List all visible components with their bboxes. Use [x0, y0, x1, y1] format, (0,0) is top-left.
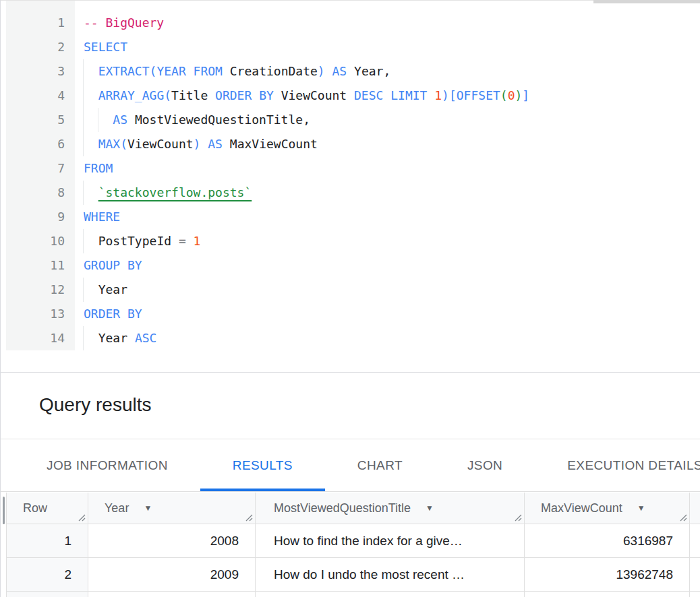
code-token — [427, 88, 434, 102]
indent-guide — [98, 108, 98, 132]
code-line[interactable]: 2SELECT — [1, 35, 700, 59]
column-header-row[interactable]: Row — [7, 493, 88, 524]
cell-row: 1 — [7, 524, 88, 557]
indent-guide — [83, 181, 84, 205]
code-token: ] — [522, 88, 529, 102]
results-tab-bar: JOB INFORMATIONRESULTSCHARTJSONEXECUTION… — [1, 440, 700, 492]
table-row: 12008How to find the index for a give…63… — [7, 524, 700, 558]
query-results-header: Query results — [1, 373, 700, 439]
code-line[interactable]: 6 MAX(ViewCount) AS MaxViewCount — [1, 132, 700, 156]
code-token: ) — [194, 137, 201, 151]
code-token: MostViewedQuestionTitle, — [127, 113, 310, 127]
cell-year — [88, 592, 256, 597]
code-line[interactable]: 9WHERE — [1, 205, 700, 229]
column-resize-icon[interactable] — [678, 513, 688, 522]
tab-results[interactable]: RESULTS — [200, 440, 325, 491]
code-token: Year — [98, 331, 135, 345]
code-token: OFFSET — [457, 88, 500, 102]
column-header-maxviewcount[interactable]: MaxViewCount▼ — [525, 493, 690, 524]
code-line[interactable]: 14 Year ASC — [1, 326, 700, 350]
table-row-partial — [7, 592, 700, 597]
column-resize-icon[interactable] — [513, 513, 523, 522]
code-text: WHERE — [75, 205, 120, 229]
page-left-border — [0, 0, 1, 597]
cell-maxviewcount: 13962748 — [525, 558, 690, 591]
code-token — [186, 234, 194, 248]
code-token: EXTRACT — [98, 64, 150, 78]
code-token: = — [179, 234, 186, 248]
column-header-label: MostViewedQuestionTitle — [274, 501, 411, 515]
code-token — [84, 331, 98, 345]
line-number: 3 — [1, 59, 75, 84]
line-number: 5 — [1, 108, 75, 132]
query-results-title: Query results — [1, 373, 700, 437]
indent-guide — [83, 59, 84, 84]
code-token: ARRAY_AGG — [98, 88, 165, 102]
vertical-scrollbar-thumb[interactable] — [3, 497, 5, 524]
code-token: MAX — [98, 137, 121, 151]
code-token: GROUP BY — [84, 258, 142, 272]
code-line[interactable]: 8 `stackoverflow.posts` — [1, 181, 700, 205]
indent-guide — [83, 326, 84, 350]
code-text: Year — [75, 278, 127, 302]
code-token: MaxViewCount — [223, 137, 318, 151]
column-header-mostviewedquestiontitle[interactable]: MostViewedQuestionTitle▼ — [256, 493, 525, 524]
code-token — [223, 64, 230, 78]
tab-json[interactable]: JSON — [435, 440, 535, 491]
code-token: DESC LIMIT — [354, 88, 427, 102]
code-token: ( — [120, 137, 127, 151]
cell-year: 2008 — [88, 524, 256, 557]
code-token — [84, 282, 98, 296]
cell-mostviewedquestiontitle — [256, 592, 525, 597]
tab-execution-details[interactable]: EXECUTION DETAILS — [535, 440, 700, 491]
table-row: 22009How do I undo the most recent …1396… — [7, 558, 700, 592]
column-resize-icon[interactable] — [77, 513, 86, 522]
code-lines: 1-- BigQuery2SELECT3 EXTRACT(YEAR FROM C… — [1, 11, 700, 350]
column-header-year[interactable]: Year▼ — [88, 493, 256, 524]
code-token: 0 — [508, 88, 515, 102]
cell-year: 2009 — [88, 558, 256, 591]
line-number: 14 — [1, 326, 75, 350]
code-text: FROM — [75, 156, 113, 181]
code-line[interactable]: 10 PostTypeId = 1 — [1, 229, 700, 253]
tab-chart[interactable]: CHART — [325, 440, 435, 491]
sort-dropdown-icon[interactable]: ▼ — [144, 503, 152, 513]
code-token: ViewCount — [127, 137, 194, 151]
code-token: 1 — [434, 88, 442, 102]
code-line[interactable]: 1-- BigQuery — [1, 11, 700, 35]
code-token: `stackoverflow.posts` — [98, 185, 252, 199]
code-line[interactable]: 4 ARRAY_AGG(Title ORDER BY ViewCount DES… — [1, 84, 700, 108]
sql-editor[interactable]: 1-- BigQuery2SELECT3 EXTRACT(YEAR FROM C… — [1, 1, 700, 373]
code-token: ) — [515, 88, 523, 102]
code-token: -- BigQuery — [84, 15, 164, 30]
code-text: -- BigQuery — [75, 11, 164, 35]
code-line[interactable]: 11GROUP BY — [1, 253, 700, 278]
code-text: `stackoverflow.posts` — [75, 181, 252, 205]
sort-dropdown-icon[interactable]: ▼ — [426, 503, 434, 513]
column-resize-icon[interactable] — [244, 513, 254, 522]
code-text: MAX(ViewCount) AS MaxViewCount — [75, 132, 318, 156]
tab-job-information[interactable]: JOB INFORMATION — [14, 440, 200, 491]
indent-guide — [83, 278, 84, 302]
code-token: FROM — [84, 161, 113, 175]
code-line[interactable]: 7FROM — [1, 156, 700, 181]
cell-overflow — [690, 558, 700, 591]
code-text: SELECT — [75, 35, 127, 59]
indent-guide — [83, 229, 84, 253]
sort-dropdown-icon[interactable]: ▼ — [637, 503, 645, 513]
code-line[interactable]: 5 AS MostViewedQuestionTitle, — [1, 108, 700, 132]
code-token: ViewCount — [274, 88, 354, 102]
code-token: CreationDate — [230, 64, 318, 78]
code-text: ARRAY_AGG(Title ORDER BY ViewCount DESC … — [75, 84, 529, 108]
code-token: Year — [98, 282, 127, 296]
code-token: PostTypeId — [98, 234, 179, 248]
code-line[interactable]: 12 Year — [1, 278, 700, 302]
line-number: 2 — [1, 35, 75, 59]
code-token — [84, 64, 98, 78]
code-token: ORDER BY — [84, 307, 142, 321]
code-line[interactable]: 3 EXTRACT(YEAR FROM CreationDate) AS Yea… — [1, 59, 700, 84]
code-line[interactable]: 13ORDER BY — [1, 302, 700, 326]
code-token: ORDER BY — [215, 88, 274, 102]
code-token: 1 — [194, 234, 201, 248]
code-text: PostTypeId = 1 — [75, 229, 200, 253]
